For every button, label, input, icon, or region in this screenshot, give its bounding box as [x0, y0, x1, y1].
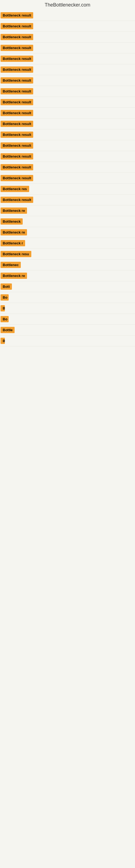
- list-item: Bottleneck re: [0, 227, 135, 238]
- bottleneck-badge[interactable]: Bottleneck result: [1, 121, 33, 127]
- list-item: Bottleneck result: [0, 54, 135, 64]
- list-item: Bo: [0, 292, 135, 303]
- bottleneck-badge[interactable]: Bo: [1, 294, 9, 301]
- bottleneck-badge[interactable]: Bottleneck result: [1, 34, 33, 40]
- list-item: Bottleneck re: [0, 271, 135, 281]
- bottleneck-list: Bottleneck resultBottleneck resultBottle…: [0, 10, 135, 346]
- bottleneck-badge[interactable]: Bottleneck re: [1, 229, 27, 236]
- bottleneck-badge[interactable]: Bottleneck re: [1, 273, 27, 279]
- list-item: Bottleneck: [0, 216, 135, 227]
- list-item: Bottleneck result: [0, 86, 135, 97]
- list-item: Bottleneck result: [0, 64, 135, 75]
- bottleneck-badge[interactable]: Bottleneck result: [1, 164, 33, 170]
- list-item: Bottlenec: [0, 259, 135, 271]
- list-item: Bott: [0, 281, 135, 292]
- list-item: Bottleneck result: [0, 119, 135, 129]
- bottleneck-badge[interactable]: Bottleneck r: [1, 240, 25, 246]
- list-item: Bottleneck result: [0, 151, 135, 162]
- list-item: Bottleneck result: [0, 10, 135, 21]
- bottleneck-badge[interactable]: Bottleneck result: [1, 23, 33, 29]
- page-wrapper: TheBottlenecker.com Bottleneck resultBot…: [0, 0, 135, 346]
- bottleneck-badge[interactable]: Bottleneck result: [1, 66, 33, 73]
- list-item: Bottleneck result: [0, 97, 135, 108]
- list-item: Bottleneck result: [0, 129, 135, 140]
- bottleneck-badge[interactable]: B: [1, 305, 5, 311]
- bottleneck-badge[interactable]: Bottleneck result: [1, 88, 33, 94]
- bottleneck-badge[interactable]: Bottleneck result: [1, 175, 33, 181]
- bottleneck-badge[interactable]: Bottleneck resu: [1, 251, 31, 257]
- list-item: Bottleneck result: [0, 162, 135, 173]
- bottleneck-badge[interactable]: Bottlenec: [1, 262, 21, 268]
- list-item: Bottleneck result: [0, 108, 135, 119]
- bottleneck-badge[interactable]: Bottleneck result: [1, 99, 33, 105]
- bottleneck-badge[interactable]: Bo: [1, 316, 9, 322]
- list-item: Bottleneck result: [0, 42, 135, 54]
- site-title: TheBottlenecker.com: [45, 2, 90, 8]
- list-item: Bottleneck result: [0, 21, 135, 32]
- bottleneck-badge[interactable]: Bottleneck result: [1, 110, 33, 116]
- bottleneck-badge[interactable]: Bottleneck result: [1, 143, 33, 149]
- bottleneck-badge[interactable]: Bottleneck result: [1, 12, 33, 19]
- list-item: Bottleneck result: [0, 75, 135, 86]
- bottleneck-badge[interactable]: Bottleneck result: [1, 56, 33, 62]
- list-item: Bottle: [0, 325, 135, 336]
- list-item: B: [0, 303, 135, 314]
- list-item: Bottleneck res: [0, 184, 135, 194]
- list-item: B: [0, 336, 135, 346]
- bottleneck-badge[interactable]: Bottleneck result: [1, 153, 33, 159]
- bottleneck-badge[interactable]: Bottleneck res: [1, 186, 29, 192]
- bottleneck-badge[interactable]: B: [1, 338, 5, 344]
- bottleneck-badge[interactable]: Bottleneck result: [1, 197, 33, 203]
- bottleneck-badge[interactable]: Bott: [1, 283, 12, 290]
- bottleneck-badge[interactable]: Bottleneck: [1, 218, 23, 225]
- bottleneck-badge[interactable]: Bottleneck re: [1, 208, 27, 214]
- list-item: Bottleneck result: [0, 194, 135, 205]
- list-item: Bottleneck r: [0, 238, 135, 249]
- site-header: TheBottlenecker.com: [0, 0, 135, 10]
- bottleneck-badge[interactable]: Bottleneck result: [1, 131, 33, 138]
- list-item: Bottleneck result: [0, 173, 135, 184]
- list-item: Bottleneck result: [0, 32, 135, 42]
- bottleneck-badge[interactable]: Bottleneck result: [1, 45, 33, 51]
- bottleneck-badge[interactable]: Bottleneck result: [1, 77, 33, 84]
- list-item: Bottleneck resu: [0, 249, 135, 259]
- list-item: Bottleneck result: [0, 140, 135, 151]
- list-item: Bottleneck re: [0, 205, 135, 216]
- list-item: Bo: [0, 314, 135, 325]
- bottleneck-badge[interactable]: Bottle: [1, 327, 14, 333]
